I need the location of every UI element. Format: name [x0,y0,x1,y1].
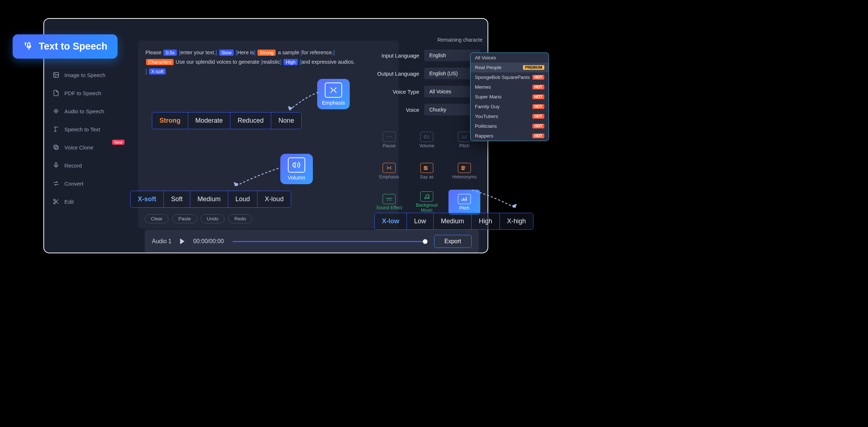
voice-dropdown-label: Memes [475,84,491,90]
arrow-pitch [470,188,521,215]
paste-button[interactable]: Paste [172,214,197,223]
pitch-tag-high[interactable]: High [284,59,298,65]
volumn-option-soft[interactable]: Soft [164,191,190,207]
voice-dropdown-item[interactable]: SpongeBob SquarePantsHOT [471,72,549,82]
svg-point-11 [425,198,426,199]
voice-dropdown-item[interactable]: Family GuyHOT [471,102,549,111]
pitch-option-low[interactable]: Low [407,213,434,229]
voice-dropdown-badge: PREMIUM [523,65,544,70]
pause-tag[interactable]: 0.5s [163,50,177,56]
sidebar-item-pdf-to-speech[interactable]: PDF to Speech [44,84,131,102]
voice-dropdown-badge: HOT [532,75,544,80]
progress-bar[interactable] [233,241,425,242]
voice-type-dropdown: All VoicesReal PeoplePREMIUMSpongeBob Sq… [470,52,549,141]
svg-point-6 [54,202,55,204]
play-button[interactable] [180,238,184,244]
sidebar-item-image-to-speech[interactable]: Image to Speech [44,66,131,84]
volumn-option-medium[interactable]: Medium [190,191,228,207]
volume-icon [420,132,433,142]
sidebar: Image to Speech PDF to Speech Audio to S… [44,37,131,211]
callout-label: Volumn [280,175,313,181]
tool-pause[interactable]: Pause [373,127,405,153]
volumn-option-xsoft[interactable]: X-soft [131,191,164,207]
voice-dropdown-label: YouTubers [475,114,498,119]
pitch-icon [458,194,471,204]
voice-dropdown-item[interactable]: Super MarioHOT [471,92,549,102]
sayas-tag[interactable]: Characters [146,59,174,65]
undo-button[interactable]: Undo [201,214,225,223]
track-name: Audio 1 [152,238,171,245]
voice-dropdown-item[interactable]: YouTubersHOT [471,111,549,121]
emphasis-tag[interactable]: Strong [258,50,276,56]
input-language-label: Input Language [375,52,424,59]
sidebar-item-label: Voice Clone [64,144,93,151]
arrow-volumn [231,166,282,193]
tool-label: Heteronyms [452,174,476,179]
svg-point-1 [55,74,55,75]
voice-dropdown-item[interactable]: RappersHOT [471,131,549,141]
voice-dropdown-item[interactable]: MemesHOT [471,82,549,92]
sound-effect-icon [383,194,396,204]
voice-dropdown-label: Super Mario [475,94,502,100]
speed-tag[interactable]: Slow [219,50,234,56]
mic-icon [53,162,59,169]
voice-row: Voice Chucky [375,104,480,115]
export-button[interactable]: Export [434,235,472,248]
voice-dropdown-badge: HOT [532,124,544,128]
tool-emphasis[interactable]: Emphasis [373,158,405,184]
image-icon [53,72,59,78]
audio-player: Audio 1 00:00/00:00 Export [145,230,479,253]
text-icon [53,126,59,132]
sidebar-item-label: PDF to Speech [64,90,101,96]
emphasis-option-reduced[interactable]: Reduced [230,113,271,129]
voice-dropdown-badge: HOT [532,85,544,89]
emphasis-option-strong[interactable]: Strong [152,113,188,129]
voice-dropdown-badge: HOT [532,114,544,119]
tool-label: Pitch [459,143,469,148]
sidebar-item-convert[interactable]: Convert [44,174,131,193]
sidebar-item-speech-to-text[interactable]: Speech to Text [44,120,131,138]
sidebar-item-record[interactable]: Record [44,156,131,174]
voice-dropdown-badge: HOT [532,104,544,109]
tool-say-as[interactable]: abc123 Say as [411,158,443,184]
emphasis-icon [383,163,396,173]
scissors-icon [53,198,59,205]
sidebar-item-audio-to-speech[interactable]: Audio to Speech [44,102,131,120]
sidebar-item-voice-clone[interactable]: Voice Clone New [44,138,131,156]
emphasis-option-moderate[interactable]: Moderate [188,113,230,129]
pitch-option-medium[interactable]: Medium [434,213,472,229]
volumn-option-loud[interactable]: Loud [228,191,258,207]
volumn-options: X-soft Soft Medium Loud X-loud [130,191,291,208]
tool-heteronyms[interactable]: abcdef Heteronyms [448,158,480,184]
volumn-option-xloud[interactable]: X-loud [258,191,291,207]
voice-label: Voice [375,107,424,113]
volumn-callout: Volumn [280,154,313,184]
pitch-option-xhigh[interactable]: X-high [500,213,533,229]
sayas-icon: abc123 [420,163,433,173]
emphasis-callout: Emphasis [317,79,350,109]
pitch-option-high[interactable]: High [472,213,500,229]
right-controls: Input Language English Output Language E… [375,50,480,122]
volume-icon [288,157,305,173]
pitch-option-xlow[interactable]: X-low [375,213,407,229]
tool-label: Pause [383,143,395,148]
clear-button[interactable]: Clear [145,214,169,223]
voice-dropdown-item[interactable]: PoliticiansHOT [471,121,549,131]
svg-point-5 [54,199,55,201]
voice-dropdown-item[interactable]: All Voices [471,53,549,63]
voice-type-label: Voice Type [375,89,424,95]
tool-label: Say as [420,174,434,179]
convert-icon [53,180,59,187]
tool-volume[interactable]: Volume [411,127,443,153]
new-badge: New [112,140,124,145]
voice-dropdown-label: SpongeBob SquarePants [475,75,530,80]
sidebar-item-edit[interactable]: Edit [44,193,131,211]
voice-dropdown-badge: HOT [532,94,544,99]
remaining-characters-label: Remaining characte [437,37,482,43]
voice-dropdown-label: All Voices [475,55,496,60]
voice-dropdown-item[interactable]: Real PeoplePREMIUM [471,63,549,72]
redo-button[interactable]: Redo [228,214,252,223]
volume-tag[interactable]: X-soft [149,68,166,75]
music-icon [420,191,433,202]
mic-icon [23,41,34,52]
